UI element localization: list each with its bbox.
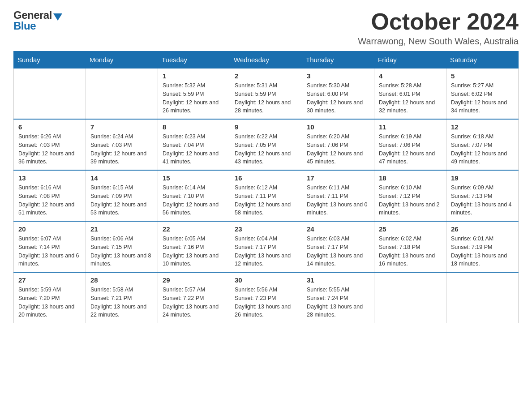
day-info: Sunrise: 6:09 AMSunset: 7:13 PMDaylight:… <box>451 184 514 217</box>
day-info: Sunrise: 6:20 AMSunset: 7:06 PMDaylight:… <box>307 133 369 166</box>
calendar-cell <box>86 68 158 120</box>
calendar-cell: 5Sunrise: 5:27 AMSunset: 6:02 PMDaylight… <box>446 68 519 120</box>
day-number: 16 <box>235 174 297 182</box>
calendar-week-row: 27Sunrise: 5:59 AMSunset: 7:20 PMDayligh… <box>14 272 519 323</box>
day-info: Sunrise: 6:19 AMSunset: 7:06 PMDaylight:… <box>379 133 442 166</box>
calendar-cell: 4Sunrise: 5:28 AMSunset: 6:01 PMDaylight… <box>374 68 446 120</box>
day-number: 12 <box>451 123 514 131</box>
day-info: Sunrise: 6:05 AMSunset: 7:16 PMDaylight:… <box>163 235 225 268</box>
day-info: Sunrise: 6:15 AMSunset: 7:09 PMDaylight:… <box>90 184 153 217</box>
day-number: 26 <box>451 225 514 233</box>
day-number: 1 <box>163 72 225 80</box>
calendar-week-row: 6Sunrise: 6:26 AMSunset: 7:03 PMDaylight… <box>14 119 519 170</box>
day-number: 17 <box>307 174 369 182</box>
calendar-day-header: Thursday <box>302 51 374 68</box>
calendar-cell: 19Sunrise: 6:09 AMSunset: 7:13 PMDayligh… <box>446 170 519 221</box>
calendar-cell: 9Sunrise: 6:22 AMSunset: 7:05 PMDaylight… <box>230 119 302 170</box>
calendar-cell: 16Sunrise: 6:12 AMSunset: 7:11 PMDayligh… <box>230 170 302 221</box>
calendar-cell: 21Sunrise: 6:06 AMSunset: 7:15 PMDayligh… <box>86 221 158 272</box>
day-info: Sunrise: 6:04 AMSunset: 7:17 PMDaylight:… <box>235 235 297 268</box>
day-info: Sunrise: 5:59 AMSunset: 7:20 PMDaylight:… <box>18 286 81 319</box>
day-number: 4 <box>379 72 442 80</box>
calendar-cell: 7Sunrise: 6:24 AMSunset: 7:03 PMDaylight… <box>86 119 158 170</box>
day-info: Sunrise: 6:10 AMSunset: 7:12 PMDaylight:… <box>379 184 442 217</box>
day-number: 30 <box>235 276 297 284</box>
day-number: 29 <box>163 276 225 284</box>
calendar-week-row: 1Sunrise: 5:32 AMSunset: 5:59 PMDaylight… <box>14 68 519 120</box>
day-number: 2 <box>235 72 297 80</box>
calendar-day-header: Monday <box>86 51 158 68</box>
day-info: Sunrise: 6:06 AMSunset: 7:15 PMDaylight:… <box>90 235 153 268</box>
calendar-cell: 28Sunrise: 5:58 AMSunset: 7:21 PMDayligh… <box>86 272 158 323</box>
calendar-cell: 2Sunrise: 5:31 AMSunset: 5:59 PMDaylight… <box>230 68 302 120</box>
day-number: 31 <box>307 276 369 284</box>
day-number: 22 <box>163 225 225 233</box>
day-number: 21 <box>90 225 153 233</box>
day-number: 10 <box>307 123 369 131</box>
calendar-cell: 31Sunrise: 5:55 AMSunset: 7:24 PMDayligh… <box>302 272 374 323</box>
calendar-day-header: Friday <box>374 51 446 68</box>
day-info: Sunrise: 6:02 AMSunset: 7:18 PMDaylight:… <box>379 235 442 268</box>
calendar-day-header: Tuesday <box>158 51 230 68</box>
logo: General Blue <box>13 9 62 32</box>
day-info: Sunrise: 6:14 AMSunset: 7:10 PMDaylight:… <box>163 184 225 217</box>
day-info: Sunrise: 5:30 AMSunset: 6:00 PMDaylight:… <box>307 81 369 115</box>
day-number: 15 <box>163 174 225 182</box>
day-number: 28 <box>90 276 153 284</box>
calendar-cell: 17Sunrise: 6:11 AMSunset: 7:11 PMDayligh… <box>302 170 374 221</box>
day-number: 11 <box>379 123 442 131</box>
location-title: Warrawong, New South Wales, Australia <box>358 36 519 47</box>
day-info: Sunrise: 6:26 AMSunset: 7:03 PMDaylight:… <box>18 133 81 166</box>
day-number: 5 <box>451 72 514 80</box>
calendar-table: SundayMondayTuesdayWednesdayThursdayFrid… <box>13 51 519 323</box>
day-info: Sunrise: 5:55 AMSunset: 7:24 PMDaylight:… <box>307 286 369 319</box>
day-number: 9 <box>235 123 297 131</box>
calendar-cell: 13Sunrise: 6:16 AMSunset: 7:08 PMDayligh… <box>14 170 86 221</box>
day-info: Sunrise: 6:07 AMSunset: 7:14 PMDaylight:… <box>18 235 81 268</box>
calendar-cell: 23Sunrise: 6:04 AMSunset: 7:17 PMDayligh… <box>230 221 302 272</box>
day-info: Sunrise: 6:01 AMSunset: 7:19 PMDaylight:… <box>451 235 514 268</box>
calendar-cell: 11Sunrise: 6:19 AMSunset: 7:06 PMDayligh… <box>374 119 446 170</box>
calendar-cell <box>446 272 519 323</box>
calendar-week-row: 20Sunrise: 6:07 AMSunset: 7:14 PMDayligh… <box>14 221 519 272</box>
calendar-day-header: Sunday <box>14 51 86 68</box>
day-info: Sunrise: 6:03 AMSunset: 7:17 PMDaylight:… <box>307 235 369 268</box>
calendar-cell: 25Sunrise: 6:02 AMSunset: 7:18 PMDayligh… <box>374 221 446 272</box>
day-number: 24 <box>307 225 369 233</box>
calendar-cell: 8Sunrise: 6:23 AMSunset: 7:04 PMDaylight… <box>158 119 230 170</box>
calendar-cell: 27Sunrise: 5:59 AMSunset: 7:20 PMDayligh… <box>14 272 86 323</box>
day-number: 18 <box>379 174 442 182</box>
day-number: 13 <box>18 174 81 182</box>
calendar-cell: 15Sunrise: 6:14 AMSunset: 7:10 PMDayligh… <box>158 170 230 221</box>
calendar-header-row: SundayMondayTuesdayWednesdayThursdayFrid… <box>14 51 519 68</box>
day-number: 6 <box>18 123 81 131</box>
day-info: Sunrise: 5:27 AMSunset: 6:02 PMDaylight:… <box>451 81 514 115</box>
day-info: Sunrise: 6:11 AMSunset: 7:11 PMDaylight:… <box>307 184 369 217</box>
title-block: October 2024 Warrawong, New South Wales,… <box>358 9 519 47</box>
day-number: 23 <box>235 225 297 233</box>
calendar-cell: 10Sunrise: 6:20 AMSunset: 7:06 PMDayligh… <box>302 119 374 170</box>
calendar-cell: 29Sunrise: 5:57 AMSunset: 7:22 PMDayligh… <box>158 272 230 323</box>
day-info: Sunrise: 6:22 AMSunset: 7:05 PMDaylight:… <box>235 133 297 166</box>
day-info: Sunrise: 6:23 AMSunset: 7:04 PMDaylight:… <box>163 133 225 166</box>
day-info: Sunrise: 5:32 AMSunset: 5:59 PMDaylight:… <box>163 81 225 115</box>
calendar-week-row: 13Sunrise: 6:16 AMSunset: 7:08 PMDayligh… <box>14 170 519 221</box>
calendar-day-header: Wednesday <box>230 51 302 68</box>
calendar-cell: 26Sunrise: 6:01 AMSunset: 7:19 PMDayligh… <box>446 221 519 272</box>
logo-blue-text: Blue <box>13 20 36 32</box>
day-number: 27 <box>18 276 81 284</box>
page-header: General Blue October 2024 Warrawong, New… <box>13 9 519 47</box>
calendar-cell: 3Sunrise: 5:30 AMSunset: 6:00 PMDaylight… <box>302 68 374 120</box>
calendar-cell: 22Sunrise: 6:05 AMSunset: 7:16 PMDayligh… <box>158 221 230 272</box>
calendar-cell: 20Sunrise: 6:07 AMSunset: 7:14 PMDayligh… <box>14 221 86 272</box>
day-info: Sunrise: 5:58 AMSunset: 7:21 PMDaylight:… <box>90 286 153 319</box>
calendar-cell: 30Sunrise: 5:56 AMSunset: 7:23 PMDayligh… <box>230 272 302 323</box>
calendar-cell <box>14 68 86 120</box>
day-info: Sunrise: 6:12 AMSunset: 7:11 PMDaylight:… <box>235 184 297 217</box>
day-info: Sunrise: 5:57 AMSunset: 7:22 PMDaylight:… <box>163 286 225 319</box>
logo-arrow-icon <box>53 13 62 21</box>
day-info: Sunrise: 5:56 AMSunset: 7:23 PMDaylight:… <box>235 286 297 319</box>
day-info: Sunrise: 6:18 AMSunset: 7:07 PMDaylight:… <box>451 133 514 166</box>
day-info: Sunrise: 5:28 AMSunset: 6:01 PMDaylight:… <box>379 81 442 115</box>
calendar-cell <box>374 272 446 323</box>
